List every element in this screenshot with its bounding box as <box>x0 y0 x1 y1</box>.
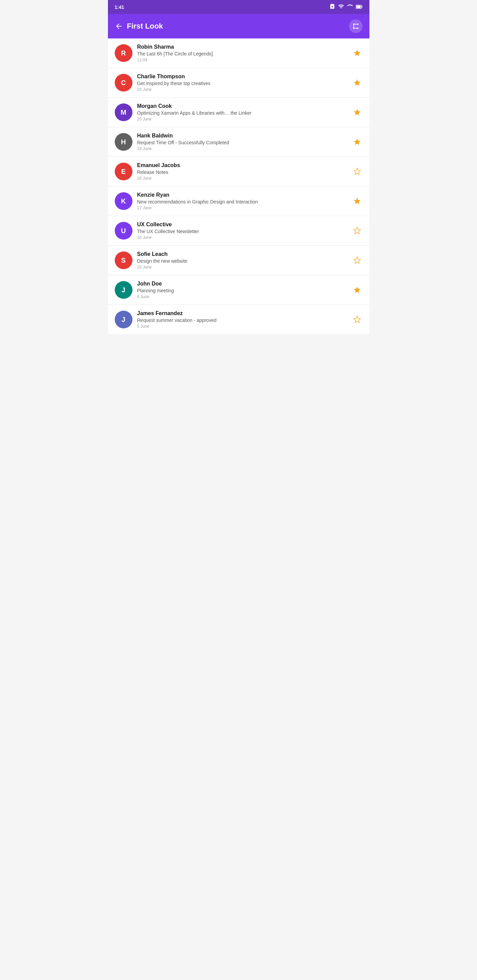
email-item[interactable]: C Charlie Thompson Get inspired by these… <box>108 68 369 98</box>
email-item[interactable]: U UX Collective The UX Collective Newsle… <box>108 216 369 246</box>
email-date: 20 June <box>137 117 348 121</box>
avatar: H <box>115 133 132 151</box>
email-date: 8 June <box>137 294 348 299</box>
header: First Look <box>108 14 369 38</box>
email-sender: Sofie Leach <box>137 251 348 257</box>
star-button[interactable] <box>352 196 362 207</box>
svg-rect-2 <box>356 5 361 8</box>
email-sender: UX Collective <box>137 221 348 228</box>
email-content: Hank Baldwin Request Time Off - Successf… <box>137 133 348 151</box>
email-item[interactable]: M Morgan Cook Optimizing Xamarin Apps & … <box>108 98 369 127</box>
star-button[interactable] <box>352 285 362 295</box>
email-subject: Optimizing Xamarin Apps & Libraries with… <box>137 110 348 116</box>
email-sender: John Doe <box>137 281 348 287</box>
wifi-icon <box>338 3 344 11</box>
repo-icon-button[interactable] <box>349 19 362 33</box>
back-button[interactable] <box>115 22 123 30</box>
email-content: Morgan Cook Optimizing Xamarin Apps & Li… <box>137 103 348 121</box>
email-item[interactable]: H Hank Baldwin Request Time Off - Succes… <box>108 127 369 157</box>
email-date: 20 June <box>137 87 348 92</box>
star-button[interactable] <box>352 77 362 88</box>
star-button[interactable] <box>352 107 362 118</box>
email-date: 18 June <box>137 176 348 181</box>
status-bar: 1:41 <box>108 0 369 14</box>
email-item[interactable]: K Kenzie Ryan New recommendations in Gra… <box>108 186 369 216</box>
sim-icon <box>329 3 335 11</box>
email-list: R Robin Sharma The Last 6h [The Circle o… <box>108 38 369 334</box>
star-button[interactable] <box>352 314 362 325</box>
avatar: U <box>115 222 132 240</box>
email-date: 10 June <box>137 265 348 269</box>
avatar: J <box>115 311 132 328</box>
email-item[interactable]: J James Fernandez Request summer vacatio… <box>108 305 369 334</box>
email-content: Robin Sharma The Last 6h [The Circle of … <box>137 44 348 62</box>
email-sender: Robin Sharma <box>137 44 348 50</box>
email-subject: Release Notes <box>137 169 348 175</box>
email-sender: Morgan Cook <box>137 103 348 109</box>
email-content: John Doe Planning meeting 8 June <box>137 281 348 299</box>
email-content: Kenzie Ryan New recommendations in Graph… <box>137 192 348 210</box>
email-item[interactable]: E Emanuel Jacobs Release Notes 18 June <box>108 157 369 186</box>
email-item[interactable]: S Sofie Leach Design the new website 10 … <box>108 246 369 275</box>
email-subject: New recommendations in Graphic Design an… <box>137 199 348 205</box>
email-subject: Request summer vacation - approved <box>137 318 348 323</box>
star-button[interactable] <box>352 166 362 177</box>
star-button[interactable] <box>352 48 362 59</box>
email-subject: The Last 6h [The Circle of Legends] <box>137 51 348 56</box>
email-subject: Planning meeting <box>137 288 348 293</box>
avatar: C <box>115 74 132 92</box>
email-sender: Emanuel Jacobs <box>137 162 348 169</box>
signal-icon <box>347 3 353 11</box>
avatar: R <box>115 44 132 62</box>
email-date: 17 June <box>137 205 348 210</box>
email-date: 11:04 <box>137 57 348 62</box>
email-content: Sofie Leach Design the new website 10 Ju… <box>137 251 348 269</box>
email-date: 19 June <box>137 146 348 151</box>
svg-point-6 <box>357 27 359 29</box>
status-icons <box>329 3 362 11</box>
email-subject: Request Time Off - Successfully Complete… <box>137 140 348 145</box>
email-date: 5 June <box>137 324 348 329</box>
email-sender: Charlie Thompson <box>137 73 348 80</box>
avatar: S <box>115 251 132 269</box>
email-subject: The UX Collective Newsletter <box>137 229 348 234</box>
battery-icon <box>356 5 362 10</box>
star-button[interactable] <box>352 255 362 266</box>
svg-point-4 <box>357 24 359 25</box>
email-content: James Fernandez Request summer vacation … <box>137 310 348 329</box>
email-date: 16 June <box>137 235 348 240</box>
avatar: J <box>115 281 132 299</box>
email-content: UX Collective The UX Collective Newslett… <box>137 221 348 240</box>
email-content: Emanuel Jacobs Release Notes 18 June <box>137 162 348 181</box>
email-content: Charlie Thompson Get inspired by these t… <box>137 73 348 92</box>
svg-point-5 <box>353 27 354 29</box>
email-item[interactable]: R Robin Sharma The Last 6h [The Circle o… <box>108 38 369 68</box>
email-subject: Design the new website <box>137 258 348 264</box>
email-sender: Hank Baldwin <box>137 133 348 139</box>
status-time: 1:41 <box>115 5 124 10</box>
avatar: M <box>115 103 132 121</box>
email-item[interactable]: J John Doe Planning meeting 8 June <box>108 275 369 305</box>
star-button[interactable] <box>352 225 362 236</box>
avatar: E <box>115 163 132 180</box>
email-subject: Get inspired by these top creatives <box>137 81 348 86</box>
header-title: First Look <box>127 22 349 30</box>
svg-point-3 <box>353 24 354 25</box>
svg-rect-1 <box>362 6 362 8</box>
email-sender: James Fernandez <box>137 310 348 317</box>
star-button[interactable] <box>352 137 362 147</box>
email-sender: Kenzie Ryan <box>137 192 348 198</box>
avatar: K <box>115 192 132 210</box>
